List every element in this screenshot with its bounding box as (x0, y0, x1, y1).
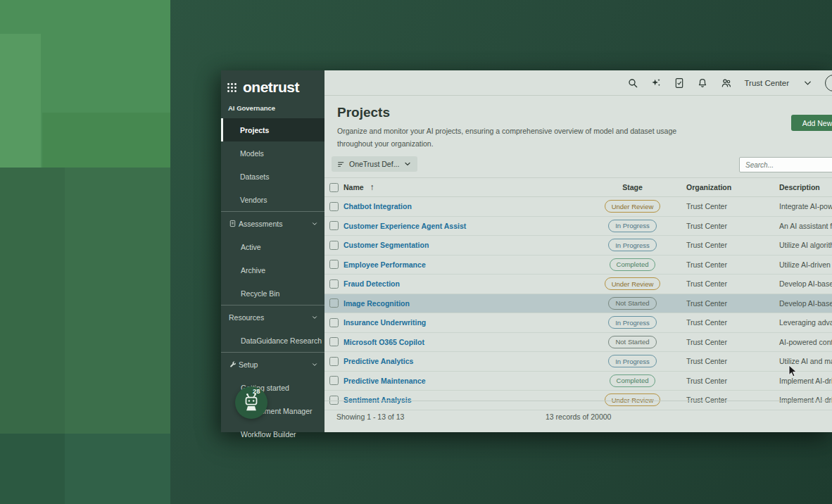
table-row[interactable]: Chatbot Integration Under Review Trust C… (324, 197, 832, 217)
assistant-robot-button[interactable] (235, 386, 267, 419)
project-link[interactable]: Predictive Analytics (343, 357, 595, 365)
status-badge: In Progress (608, 220, 657, 232)
document-check-icon[interactable] (674, 77, 685, 89)
sidebar-item-datasets[interactable]: Datasets (221, 165, 324, 188)
description-cell: An AI assistant for (779, 222, 832, 230)
sidebar-item-vendors[interactable]: Vendors (221, 188, 324, 211)
row-checkbox[interactable] (329, 376, 339, 385)
add-new-button[interactable]: Add New (791, 115, 832, 131)
table-row[interactable]: Customer Segmentation In Progress Trust … (324, 236, 832, 256)
sidebar-item-setup[interactable]: Setup (221, 353, 324, 376)
assistant-badge-count: 28 (253, 387, 260, 395)
organization-cell: Trust Center (669, 279, 779, 288)
select-all-checkbox[interactable] (329, 183, 339, 192)
table-row[interactable]: Insurance Underwriting In Progress Trust… (324, 313, 832, 333)
project-link[interactable]: Image Recognition (343, 299, 595, 308)
status-badge: Not Started (608, 336, 656, 348)
description-cell: Utilize AI algorithm (779, 241, 832, 249)
view-selector-label: OneTrust Def... (349, 160, 399, 168)
project-link[interactable]: Employee Performance (343, 260, 595, 269)
status-badge: In Progress (608, 355, 657, 367)
chevron-down-icon[interactable] (802, 77, 813, 89)
organization-cell: Trust Center (669, 377, 779, 385)
search-icon[interactable] (627, 77, 638, 89)
sort-ascending-icon[interactable]: ↑ (370, 183, 374, 191)
project-link[interactable]: Chatbot Integration (343, 202, 595, 210)
table-toolbar: OneTrust Def... (332, 156, 832, 173)
status-badge: Not Started (608, 297, 656, 310)
sidebar-item-recycle-bin[interactable]: Recycle Bin (221, 282, 324, 305)
ai-sparkles-icon[interactable] (650, 77, 662, 89)
view-selector-dropdown[interactable]: OneTrust Def... (332, 156, 417, 172)
project-link[interactable]: Insurance Underwriting (343, 318, 595, 327)
background-block (65, 434, 170, 504)
organization-cell: Trust Center (669, 260, 779, 269)
background-block (0, 34, 41, 168)
organization-cell: Trust Center (669, 241, 779, 249)
status-badge: Completed (610, 374, 656, 387)
sidebar-item-resources[interactable]: Resources (221, 305, 324, 329)
account-name[interactable]: Trust Center (745, 79, 789, 87)
status-badge: Under Review (605, 277, 661, 290)
sidebar-item-active[interactable]: Active (221, 235, 324, 258)
description-cell: Leveraging advanc (779, 318, 832, 327)
row-checkbox[interactable] (329, 337, 339, 346)
table-row[interactable]: Microsoft O365 Copilot Not Started Trust… (324, 333, 832, 353)
robot-icon (241, 392, 262, 413)
row-checkbox[interactable] (329, 357, 339, 366)
app-window: onetrust AI Governance Projects Models D… (221, 70, 832, 432)
project-link[interactable]: Predictive Maintenance (343, 377, 595, 385)
desktop: { "colors": { "accent_button": "#3e7b51"… (0, 0, 832, 504)
background-block (42, 113, 170, 168)
project-link[interactable]: Microsoft O365 Copilot (343, 338, 595, 346)
column-header-organization[interactable]: Organization (669, 183, 779, 191)
row-checkbox[interactable] (329, 279, 339, 289)
project-link[interactable]: Customer Experience Agent Assist (343, 222, 595, 230)
column-header-description[interactable]: Description (779, 183, 832, 191)
status-badge: Under Review (605, 200, 661, 213)
table-row[interactable]: Predictive Maintenance Completed Trust C… (324, 372, 832, 391)
sidebar-item-models[interactable]: Models (221, 141, 324, 165)
row-checkbox[interactable] (329, 318, 339, 327)
row-checkbox[interactable] (329, 260, 339, 269)
mouse-cursor (788, 365, 798, 377)
description-cell: Implement AI-drive (779, 377, 832, 385)
table-header-row: Name↑ Stage Organization Description (324, 177, 832, 197)
description-cell: Develop AI-based f (779, 279, 832, 288)
project-link[interactable]: Fraud Detection (343, 279, 595, 288)
chevron-down-icon (403, 160, 412, 168)
sidebar-item-archive[interactable]: Archive (221, 258, 324, 282)
row-checkbox[interactable] (329, 202, 339, 211)
sidebar-item-workflow-builder[interactable]: Workflow Builder (221, 422, 324, 446)
description-cell: Integrate AI-power (779, 202, 832, 210)
organization-cell: Trust Center (669, 357, 779, 365)
column-header-name[interactable]: Name (343, 183, 364, 191)
table-row[interactable]: Employee Performance Completed Trust Cen… (324, 256, 832, 275)
app-launcher-icon[interactable] (227, 82, 237, 93)
sidebar-item-projects[interactable]: Projects (221, 118, 324, 141)
sidebar-item-assessments[interactable]: Assessments (221, 212, 324, 235)
document-icon (229, 220, 237, 227)
description-cell: Utilize AI-driven an (779, 260, 832, 269)
row-checkbox[interactable] (329, 221, 339, 230)
background-block (65, 168, 170, 434)
organization-cell: Trust Center (669, 299, 779, 308)
chevron-down-icon (311, 314, 318, 321)
background-block (0, 434, 65, 504)
column-header-stage[interactable]: Stage (595, 183, 669, 191)
users-icon[interactable] (720, 77, 733, 89)
row-checkbox[interactable] (329, 298, 339, 308)
user-avatar[interactable] (825, 75, 832, 92)
table-row[interactable]: Customer Experience Agent Assist In Prog… (324, 217, 832, 237)
table-row[interactable]: Predictive Analytics In Progress Trust C… (324, 352, 832, 372)
bell-icon[interactable] (697, 77, 708, 89)
projects-table: Name↑ Stage Organization Description Cha… (324, 177, 832, 410)
sidebar-item-dataguidance-research[interactable]: DataGuidance Research (221, 329, 324, 352)
table-row-hovered[interactable]: Image Recognition Not Started Trust Cent… (324, 294, 832, 314)
table-row[interactable]: Fraud Detection Under Review Trust Cente… (324, 275, 832, 294)
project-link[interactable]: Customer Segmentation (343, 241, 595, 249)
description-cell: Utilize AI and mach (779, 357, 832, 365)
row-checkbox[interactable] (329, 241, 339, 250)
search-input[interactable] (739, 157, 832, 172)
description-cell: Develop AI-based i (779, 299, 832, 308)
